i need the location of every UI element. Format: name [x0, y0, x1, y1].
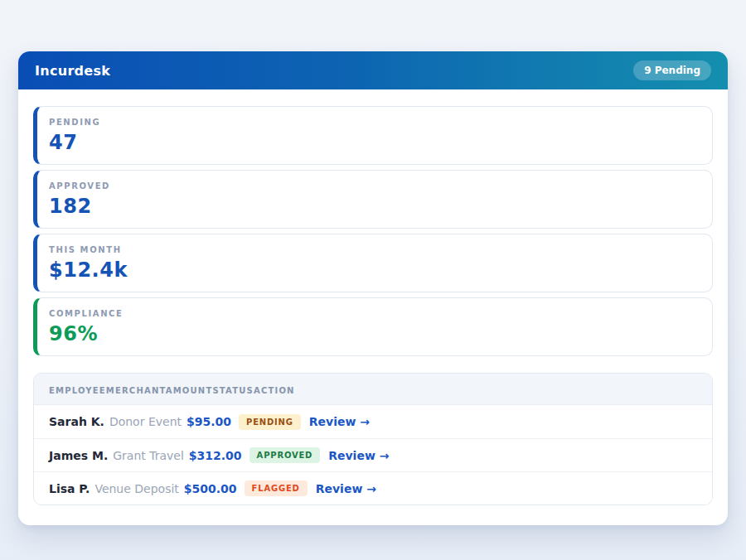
- stat-value: 47: [49, 131, 697, 154]
- app-body: PENDING 47 APPROVED 182 THIS MONTH $12.4…: [18, 89, 728, 525]
- stat-value: 182: [49, 195, 697, 218]
- merchant-name: Grant Travel: [113, 449, 184, 462]
- status-badge: PENDING: [239, 414, 301, 430]
- employee-name: Sarah K.: [49, 415, 104, 428]
- stat-card: COMPLIANCE 96%: [33, 297, 713, 356]
- transactions-table: EMPLOYEEMERCHANTAMOUNTSTATUSACTION Sarah…: [33, 373, 713, 505]
- incurdesk-card: Incurdesk 9 Pending PENDING 47 APPROVED …: [18, 51, 728, 525]
- stat-label: THIS MONTH: [49, 245, 697, 254]
- column-header: MERCHANT: [106, 386, 166, 395]
- table-header-row: EMPLOYEEMERCHANTAMOUNTSTATUSACTION: [34, 374, 712, 405]
- table-body: Sarah K. Donor Event $95.00 PENDING Revi…: [34, 405, 712, 504]
- status-badge: APPROVED: [249, 447, 321, 463]
- column-header: ACTION: [254, 386, 295, 395]
- amount-value: $500.00: [184, 482, 237, 495]
- review-link[interactable]: Review →: [316, 482, 376, 495]
- merchant-name: Donor Event: [109, 415, 182, 428]
- table-row: Lisa P. Venue Deposit $500.00 FLAGGED Re…: [34, 471, 712, 504]
- status-badge: FLAGGED: [245, 480, 308, 496]
- stat-label: COMPLIANCE: [49, 309, 697, 318]
- amount-value: $312.00: [189, 449, 242, 462]
- pending-count-badge: 9 Pending: [633, 60, 711, 80]
- stat-card: PENDING 47: [33, 106, 713, 165]
- stat-label: PENDING: [49, 118, 697, 127]
- stat-card: THIS MONTH $12.4k: [33, 234, 713, 292]
- app-header: Incurdesk 9 Pending: [18, 51, 728, 89]
- stat-value: $12.4k: [49, 258, 697, 282]
- review-link[interactable]: Review →: [328, 449, 389, 462]
- stat-card: APPROVED 182: [33, 170, 713, 229]
- stats-section: PENDING 47 APPROVED 182 THIS MONTH $12.4…: [33, 106, 713, 356]
- column-header: STATUS: [212, 386, 254, 395]
- employee-name: James M.: [49, 449, 108, 462]
- app-title: Incurdesk: [35, 63, 110, 79]
- column-header: AMOUNT: [166, 386, 213, 395]
- merchant-name: Venue Deposit: [94, 482, 178, 495]
- table-row: Sarah K. Donor Event $95.00 PENDING Revi…: [34, 405, 712, 438]
- column-header: EMPLOYEE: [49, 386, 106, 395]
- stat-value: 96%: [49, 322, 697, 345]
- stat-label: APPROVED: [49, 181, 697, 191]
- employee-name: Lisa P.: [49, 482, 90, 495]
- table-row: James M. Grant Travel $312.00 APPROVED R…: [34, 438, 712, 471]
- amount-value: $95.00: [186, 415, 231, 428]
- review-link[interactable]: Review →: [309, 415, 370, 428]
